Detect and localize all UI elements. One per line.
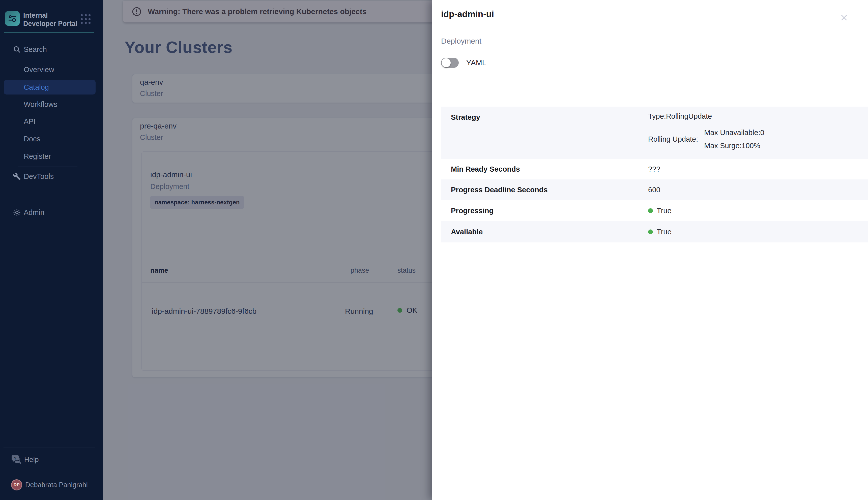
max-surge: Max Surge:100% [704, 139, 764, 152]
svg-text:?: ? [14, 456, 16, 461]
apps-grid-icon[interactable] [81, 14, 91, 24]
row-label: Strategy [451, 113, 480, 122]
sidebar-item-catalog[interactable]: Catalog [4, 80, 96, 94]
yaml-toggle-label: YAML [466, 58, 486, 67]
sidebar-item-workflows[interactable]: Workflows [4, 97, 96, 112]
sidebar-item-label: Overview [24, 66, 54, 74]
sidebar-item-docs[interactable]: Docs [4, 132, 96, 146]
sidebar-item-api[interactable]: API [4, 114, 96, 129]
app-logo-icon [5, 11, 20, 26]
row-value: True [648, 207, 671, 215]
rolling-update-block: Rolling Update: Max Unavailable:0 Max Su… [648, 126, 764, 152]
toggle-knob [442, 58, 450, 67]
row-available: Available True [441, 221, 868, 242]
row-label: Min Ready Seconds [451, 165, 520, 173]
row-progressing: Progressing True [441, 200, 868, 221]
toggle-track[interactable] [441, 58, 459, 68]
sidebar-item-label: Catalog [24, 83, 49, 91]
user-name: Debabrata Panigrahi [25, 481, 88, 489]
row-value: Type:RollingUpdate Rolling Update: Max U… [648, 112, 764, 152]
drawer-title: idp-admin-ui [441, 9, 494, 19]
wrench-icon [12, 172, 22, 181]
sidebar-item-search[interactable]: Search [4, 42, 96, 57]
row-value: ??? [648, 165, 660, 173]
gear-icon [12, 208, 22, 217]
strategy-type: Type:RollingUpdate [648, 112, 764, 121]
sidebar: Internal Developer Portal Search Overvie… [0, 0, 103, 500]
search-icon [12, 45, 22, 54]
help-chat-icon: ? [11, 454, 22, 465]
status-text: True [657, 228, 671, 236]
sidebar-item-devtools[interactable]: DevTools [4, 169, 96, 184]
sidebar-item-register[interactable]: Register [4, 149, 96, 163]
app-logo: Internal Developer Portal [5, 11, 98, 27]
row-min-ready-seconds: Min Ready Seconds ??? [441, 159, 868, 180]
sidebar-divider [18, 167, 77, 167]
row-label: Progress Deadline Seconds [451, 186, 548, 194]
avatar: DP [11, 479, 22, 490]
close-icon[interactable] [838, 12, 849, 23]
row-progress-deadline-seconds: Progress Deadline Seconds 600 [441, 180, 868, 200]
sidebar-item-label: Docs [24, 135, 40, 143]
sidebar-item-label: DevTools [24, 172, 54, 181]
sidebar-divider [3, 447, 95, 448]
sidebar-divider [3, 194, 95, 194]
rolling-update-values: Max Unavailable:0 Max Surge:100% [704, 126, 764, 152]
row-strategy: Strategy Type:RollingUpdate Rolling Upda… [441, 106, 868, 159]
status-dot-true [648, 208, 653, 213]
status-text: True [657, 207, 671, 215]
deployment-details-table: Strategy Type:RollingUpdate Rolling Upda… [441, 106, 868, 242]
sidebar-item-label: API [24, 117, 35, 126]
sidebar-item-label: Admin [24, 208, 44, 217]
app-title: Internal Developer Portal [23, 11, 81, 28]
drawer-section-label: Deployment [441, 37, 481, 45]
user-profile[interactable]: DP Debabrata Panigrahi [4, 478, 96, 492]
sidebar-item-help[interactable]: ? Help [4, 453, 96, 467]
row-label: Progressing [451, 207, 493, 215]
yaml-toggle[interactable]: YAML [441, 57, 486, 69]
help-label: Help [24, 456, 39, 464]
details-drawer: idp-admin-ui Deployment YAML Strategy Ty… [432, 0, 868, 500]
rolling-update-label: Rolling Update: [648, 135, 698, 144]
status-dot-true [648, 230, 653, 234]
sidebar-item-label: Search [24, 45, 47, 54]
sidebar-item-overview[interactable]: Overview [4, 62, 96, 77]
row-value: 600 [648, 186, 660, 194]
row-label: Available [451, 228, 483, 236]
sidebar-item-label: Register [24, 152, 51, 160]
sidebar-item-label: Workflows [24, 100, 57, 109]
sidebar-accent-divider [4, 32, 94, 33]
sidebar-item-admin[interactable]: Admin [4, 205, 96, 220]
sidebar-divider [18, 59, 77, 59]
row-value: True [648, 228, 671, 236]
max-unavailable: Max Unavailable:0 [704, 126, 764, 139]
